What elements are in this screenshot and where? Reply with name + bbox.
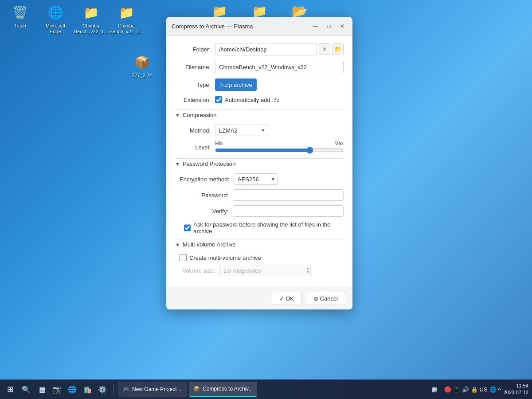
taskbar-icon-edge[interactable]: 🌐 <box>66 383 79 396</box>
type-row: Type: 7-zip archive ▼ <box>175 78 344 91</box>
type-select[interactable]: 7-zip archive <box>215 78 257 91</box>
ask-password-label: Ask for password before showing the list… <box>193 221 344 235</box>
taskbar-item-game[interactable]: 🎮 New Game Project ... <box>118 382 187 397</box>
vol-size-input-wrap: ▲▼ <box>219 265 311 276</box>
folder-input[interactable] <box>215 43 317 55</box>
compression-section-header[interactable]: ▼ Compression <box>175 110 344 120</box>
level-slider[interactable] <box>215 147 344 154</box>
game-icon: 🎮 <box>123 386 129 392</box>
auto-add-checkbox[interactable] <box>215 96 222 103</box>
tray-icon-expand[interactable]: ^ <box>498 386 501 393</box>
level-row: Level: Min Max <box>180 141 344 154</box>
verify-label: Verify: <box>180 208 233 215</box>
tray-icon-network[interactable]: 🌐 <box>489 386 497 393</box>
extension-row: Extension: Automatically add .7z <box>175 96 344 103</box>
method-row: Method: LZMA2 ▼ <box>180 125 344 136</box>
taskbar-icon-system[interactable]: ⚙️ <box>96 383 109 396</box>
ask-password-checkbox[interactable] <box>184 224 191 231</box>
ask-password-row: Ask for password before showing the list… <box>180 221 344 235</box>
vol-size-row: Volume size: ▲▼ <box>180 265 344 276</box>
sidebar-item-edge[interactable]: 🌐 Microsoft Edge <box>40 4 71 35</box>
folder-browse-button[interactable]: 📁 <box>332 43 344 55</box>
trash-label: Trash <box>14 23 26 29</box>
close-button[interactable]: ✕ <box>337 21 347 31</box>
folder-icon-1: 📁 <box>82 4 100 21</box>
tray-icon-red[interactable]: 🔴 <box>444 386 451 393</box>
taskbar-right: ▦ 🔴 📱 🔊 🔒 US 🌐 ^ 11:54 2023-07-12 <box>428 383 528 396</box>
enc-method-select[interactable]: AES256 <box>234 173 278 185</box>
desktop: 🗑️ Trash 🌐 Microsoft Edge 📁 Chimba Bench… <box>0 0 532 399</box>
multivol-section-header[interactable]: ▼ Multi-volume Archive <box>175 239 344 250</box>
create-multivol-row: Create multi-volume archive <box>180 254 344 261</box>
folder-row: Folder: ✕ 📁 <box>175 43 344 55</box>
sidebar-item-chimba1[interactable]: 📁 Chimba Bench_v22_1... <box>75 4 106 35</box>
folder-clear-button[interactable]: ✕ <box>319 43 330 55</box>
chimba2-label: Chimba Bench_v22_1... <box>110 23 143 35</box>
tray-icon-volume[interactable]: 🔊 <box>462 386 469 393</box>
type-select-wrap: 7-zip archive ▼ <box>215 78 344 91</box>
dialog-titlebar: Compress to Archive — Plasma — □ ✕ <box>166 17 352 36</box>
password-section-header[interactable]: ▼ Password Protection <box>175 158 344 169</box>
compression-section-title: Compression <box>183 112 217 118</box>
auto-add-label: Automatically add .7z <box>225 97 280 103</box>
folder-label: Folder: <box>175 46 215 53</box>
slider-max-label: Max <box>334 141 344 146</box>
password-input[interactable] <box>233 189 344 201</box>
method-select[interactable]: LZMA2 <box>215 125 268 136</box>
verify-input[interactable] <box>233 205 344 217</box>
taskbar-tray: 🔴 📱 🔊 🔒 US 🌐 ^ <box>444 386 501 393</box>
enc-select-wrap: AES256 ▼ <box>234 173 278 185</box>
encryption-method-row: Encryption method: AES256 ▼ <box>180 173 344 185</box>
dialog-window-controls: — □ ✕ <box>311 21 347 31</box>
edge-icon: 🌐 <box>47 4 64 21</box>
vol-size-input <box>219 265 311 276</box>
filename-input[interactable] <box>215 61 344 73</box>
vol-size-spinner-icon: ▲▼ <box>306 266 310 274</box>
auto-add-wrap: Automatically add .7z <box>215 96 280 103</box>
type-dropdown-arrow-icon: ▼ <box>335 82 340 88</box>
taskbar-date-display: 2023-07-12 <box>504 389 528 396</box>
method-select-wrap: LZMA2 ▼ <box>215 125 268 136</box>
start-button[interactable]: ⊞ <box>4 383 17 396</box>
desktop-archive-file[interactable]: 📦 777_2.7z <box>126 53 157 78</box>
tray-language[interactable]: US <box>480 386 488 393</box>
taskbar-icon-widget[interactable]: ▦ <box>35 383 49 396</box>
create-multivol-label: Create multi-volume archive <box>189 254 261 261</box>
dialog-footer: ✓ OK ⊘ Cancel <box>166 287 352 309</box>
compress-dialog: Compress to Archive — Plasma — □ ✕ Folde… <box>166 17 352 309</box>
tray-icon-lock[interactable]: 🔒 <box>471 386 478 393</box>
enc-method-label: Encryption method: <box>180 176 234 183</box>
game-label: New Game Project ... <box>132 386 183 392</box>
taskbar-pinned-icons: ▦ 📷 🌐 🛍️ ⚙️ <box>35 383 109 396</box>
password-label: Password: <box>180 192 233 199</box>
search-button[interactable]: 🔍 <box>20 383 33 396</box>
method-label: Method: <box>180 127 215 134</box>
vol-size-label: Volume size: <box>180 267 219 274</box>
level-slider-container: Min Max <box>215 141 344 154</box>
archive-icon: 📦 <box>133 53 151 71</box>
archive-label: 777_2.7z <box>132 73 152 78</box>
type-label: Type: <box>175 82 215 88</box>
password-section-body: Encryption method: AES256 ▼ Password: Ve… <box>175 173 344 235</box>
tray-icon-phone[interactable]: 📱 <box>453 386 460 393</box>
taskbar-icon-camera[interactable]: 📷 <box>51 383 64 396</box>
multivol-section: ▼ Multi-volume Archive Create multi-volu… <box>175 239 344 276</box>
sidebar-item-chimba2[interactable]: 📁 Chimba Bench_v22_1... <box>111 4 142 35</box>
taskbar-item-compress[interactable]: 📦 Compress to Archiv... <box>189 382 257 397</box>
multivol-body: Create multi-volume archive Volume size:… <box>175 254 344 276</box>
create-multivol-checkbox[interactable] <box>180 254 187 261</box>
taskbar-clock[interactable]: 11:54 2023-07-12 <box>504 383 528 396</box>
ok-button[interactable]: ✓ OK <box>272 292 301 305</box>
taskbar-widgets-button[interactable]: ▦ <box>428 383 442 396</box>
trash-icon: 🗑️ <box>11 4 29 21</box>
minimize-button[interactable]: — <box>311 21 321 31</box>
compression-section-body: Method: LZMA2 ▼ Level: Min Max <box>175 125 344 154</box>
cancel-button[interactable]: ⊘ Cancel <box>306 292 345 305</box>
taskbar-icon-store[interactable]: 🛍️ <box>81 383 94 396</box>
maximize-button[interactable]: □ <box>324 21 334 31</box>
dialog-title: Compress to Archive — Plasma <box>172 23 253 30</box>
compression-chevron-icon: ▼ <box>175 113 180 118</box>
dialog-content: Folder: ✕ 📁 Filename: Type: 7-zip archiv… <box>166 36 352 287</box>
sidebar-item-trash[interactable]: 🗑️ Trash <box>4 4 35 35</box>
filename-label: Filename: <box>175 64 215 70</box>
